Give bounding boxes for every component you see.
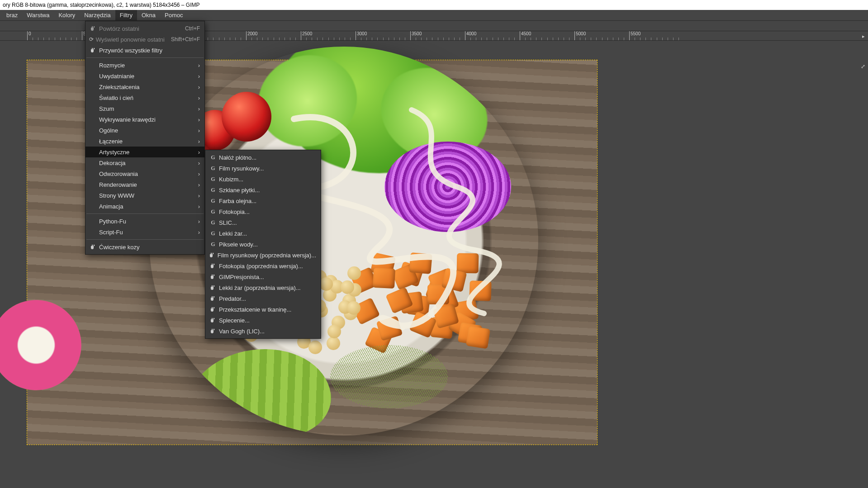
ruler-nav-icon[interactable]: ▸ [860, 33, 867, 40]
menu-item-label: Fotokopia... [217, 208, 316, 215]
menu-item-label: Film rysunkowy... [217, 165, 316, 172]
filters-decor[interactable]: Dekoracja› [85, 157, 204, 168]
menu-item-label: Film rysunkowy (poprzednia wersja)... [216, 252, 316, 259]
chevron-right-icon: › [194, 149, 200, 156]
menu-filters[interactable]: Filtry [115, 10, 137, 20]
gegl-icon: G [209, 165, 217, 172]
filters-dropdown: Powtórz ostatni Ctrl+F ⟳ Wyświetl ponown… [85, 21, 205, 255]
menu-item-label: Szklane płytki... [217, 187, 316, 194]
filters-python-fu[interactable]: Python-Fu› [85, 216, 204, 227]
artistic-glass-tile[interactable]: GSzklane płytki... [205, 185, 321, 195]
filters-repeat-last[interactable]: Powtórz ostatni Ctrl+F [85, 23, 204, 34]
filters-noise[interactable]: Szum› [85, 103, 204, 114]
menu-item-label: Szum [97, 105, 194, 112]
menu-item-label: Splecenie... [217, 317, 316, 324]
menu-colors[interactable]: Kolory [54, 10, 80, 20]
menu-item-label: Ćwiczenie kozy [97, 244, 200, 251]
menubar: braz Warstwa Kolory Narzędzia Filtry Okn… [0, 10, 868, 21]
chevron-right-icon: › [194, 62, 200, 69]
menu-item-label: Fotokopia (poprzednia wersja)... [217, 263, 316, 270]
menu-item-label: Wykrywanie krawędzi [97, 116, 194, 123]
chevron-right-icon: › [194, 203, 200, 210]
plugin-icon [209, 285, 217, 290]
filters-blur[interactable]: Rozmycie› [85, 60, 204, 71]
filters-goat-exercise[interactable]: Ćwiczenie kozy [85, 242, 204, 252]
menu-separator [86, 57, 204, 58]
gegl-icon: G [209, 230, 217, 237]
menu-item-label: Kubizm... [217, 176, 316, 183]
filters-web[interactable]: Strony WWW› [85, 190, 204, 201]
filters-light-shadow[interactable]: Światło i cień› [85, 92, 204, 103]
filters-render[interactable]: Renderowanie› [85, 179, 204, 190]
menu-item-label: Dekoracja [97, 160, 194, 166]
menu-item-label: Artystyczne [97, 149, 194, 156]
artistic-photocopy-legacy[interactable]: Fotokopia (poprzednia wersja)... [205, 261, 321, 271]
artistic-predator[interactable]: Predator... [205, 293, 321, 304]
menu-help[interactable]: Pomoc [160, 10, 187, 20]
artistic-softglow-legacy[interactable]: Lekki żar (poprzednia wersja)... [205, 282, 321, 293]
menu-item-label: Łączenie [97, 138, 194, 145]
menu-item-label: GIMPresjonista... [217, 274, 316, 280]
filters-generic[interactable]: Ogólne› [85, 125, 204, 136]
filters-reshow-last[interactable]: ⟳ Wyświetl ponownie ostatni Shift+Ctrl+F [85, 34, 204, 45]
plugin-icon [209, 307, 217, 312]
filters-script-fu[interactable]: Script-Fu› [85, 227, 204, 237]
menu-separator [86, 239, 204, 240]
artistic-apply-canvas[interactable]: GNałóż płótno... [205, 152, 321, 163]
artistic-van-gogh[interactable]: Van Gogh (LIC)... [205, 326, 321, 336]
artistic-cartoon[interactable]: GFilm rysunkowy... [205, 163, 321, 174]
artistic-oilify[interactable]: GFarba olejna... [205, 195, 321, 206]
menu-item-label: SLIC... [217, 219, 316, 226]
plugin-icon [209, 328, 217, 334]
menu-tools[interactable]: Narzędzia [80, 10, 115, 20]
menu-windows[interactable]: Okna [137, 10, 160, 20]
chevron-right-icon: › [194, 95, 200, 101]
artistic-weave[interactable]: Splecenie... [205, 315, 321, 326]
filters-edge-detect[interactable]: Wykrywanie krawędzi› [85, 114, 204, 125]
plugin-icon [209, 252, 216, 258]
chevron-right-icon: › [194, 160, 200, 166]
chevron-right-icon: › [194, 181, 200, 188]
artistic-cubism[interactable]: GKubizm... [205, 174, 321, 185]
plugin-icon [89, 244, 97, 250]
window-title: ory RGB 8-bitowa (gamma, stałoprzecinkow… [3, 2, 200, 8]
chevron-right-icon: › [194, 73, 200, 80]
ruler-tick: 0 [27, 31, 31, 41]
menu-item-label: Farba olejna... [217, 198, 316, 204]
artistic-waterpixels[interactable]: GPiksele wody... [205, 239, 321, 250]
menu-item-label: Python-Fu [97, 218, 194, 225]
menu-item-shortcut: Shift+Ctrl+F [165, 36, 200, 43]
gegl-icon: G [209, 241, 217, 248]
menu-item-label: Piksele wody... [217, 241, 316, 248]
menu-image[interactable]: braz [2, 10, 22, 20]
artistic-cartoon-legacy[interactable]: Film rysunkowy (poprzednia wersja)... [205, 250, 321, 261]
menu-item-label: Światło i cień [97, 95, 194, 101]
menu-item-label: Rozmycie [97, 62, 194, 69]
chevron-right-icon: › [194, 192, 200, 199]
menu-item-label: Lekki żar (poprzednia wersja)... [217, 284, 316, 291]
chevron-right-icon: › [194, 116, 200, 123]
menu-item-label: Przekształcenie w tkaninę... [217, 306, 316, 313]
filters-artistic[interactable]: Artystyczne› [85, 147, 204, 157]
filters-distorts[interactable]: Zniekształcenia› [85, 81, 204, 92]
zoom-fit-icon[interactable]: ⤢ [859, 62, 867, 71]
window-titlebar: ory RGB 8-bitowa (gamma, stałoprzecinkow… [0, 0, 868, 10]
plugin-icon [89, 47, 97, 53]
artistic-clothify[interactable]: Przekształcenie w tkaninę... [205, 304, 321, 315]
artistic-gimpressionist[interactable]: GIMPresjonista... [205, 271, 321, 282]
artistic-slic[interactable]: GSLIC... [205, 217, 321, 228]
filters-combine[interactable]: Łączenie› [85, 136, 204, 147]
menu-item-label: Odwzorowania [97, 171, 194, 177]
filters-animation[interactable]: Animacja› [85, 201, 204, 212]
micro-greens [330, 345, 448, 408]
sweet-potato-cubes [353, 250, 498, 359]
filters-reset-all[interactable]: Przywróć wszystkie filtry [85, 45, 204, 56]
plugin-icon [209, 274, 217, 280]
menu-layer[interactable]: Warstwa [22, 10, 54, 20]
artistic-softglow[interactable]: GLekki żar... [205, 228, 321, 239]
filters-enhance[interactable]: Uwydatnianie› [85, 71, 204, 81]
plugin-icon [209, 317, 217, 323]
menu-item-label: Nałóż płótno... [217, 154, 316, 161]
filters-map[interactable]: Odwzorowania› [85, 168, 204, 179]
artistic-photocopy[interactable]: GFotokopia... [205, 206, 321, 217]
